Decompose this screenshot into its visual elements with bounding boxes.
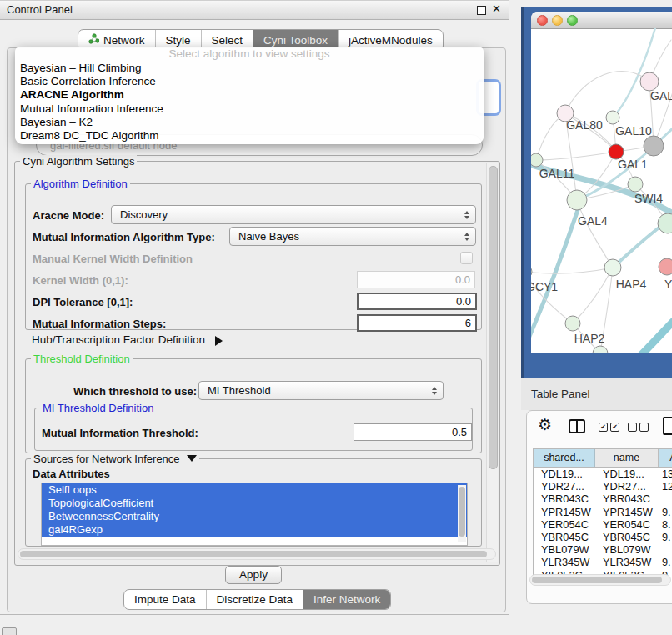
- select-all-checkboxes-icon[interactable]: ✔ ✔: [599, 422, 619, 432]
- algorithm-option-selected[interactable]: ARACNE Algorithm: [15, 88, 484, 102]
- data-attributes-list[interactable]: SelfLoops TopologicalCoefficient Between…: [41, 482, 468, 546]
- node-salmon[interactable]: [659, 258, 672, 275]
- algorithm-option[interactable]: Bayesian – K2: [15, 116, 484, 129]
- new-table-icon[interactable]: [663, 417, 672, 435]
- column-header[interactable]: A: [659, 449, 672, 467]
- threshold-definition-group: Threshold Definition Which threshold to …: [25, 358, 482, 453]
- mi-threshold-field[interactable]: 0.5: [354, 423, 472, 441]
- list-item[interactable]: gal4RGexp: [42, 523, 467, 537]
- node-label: GAL11: [539, 167, 575, 180]
- algorithm-definition-title: Algorithm Definition: [31, 178, 130, 190]
- tab-discretize-data[interactable]: Discretize Data: [206, 590, 303, 609]
- gear-icon[interactable]: ⚙: [538, 415, 552, 434]
- table-row[interactable]: YPR145WYPR145W9.: [534, 506, 672, 518]
- hub-definition-toggle[interactable]: Hub/Transcription Factor Definition: [32, 333, 223, 346]
- node-label: HAP2: [574, 332, 605, 345]
- node-pink-top[interactable]: [640, 72, 659, 91]
- scrollbar-thumb[interactable]: [459, 487, 465, 537]
- data-attributes-label: Data Attributes: [33, 468, 110, 480]
- node-gcy1[interactable]: [531, 265, 532, 278]
- settings-horizontal-scrollbar[interactable]: [18, 548, 496, 560]
- stepper-arrows-icon: [464, 232, 469, 241]
- node-table: shared... name A YDL19...YDL19...13 YDR2…: [533, 448, 672, 582]
- node-gray[interactable]: [644, 136, 664, 156]
- manual-kernel-width-checkbox[interactable]: [460, 252, 473, 264]
- scrollbar-thumb[interactable]: [532, 577, 662, 583]
- unchecked-checkbox-icon: [639, 422, 649, 432]
- close-traffic-light[interactable]: [537, 15, 548, 26]
- node-gal10[interactable]: [606, 111, 619, 124]
- stepper-arrows-icon: [432, 387, 437, 395]
- network-view-window[interactable]: GAL GAL80 GAL10 GAL1 SWI4 GAL11 GAL4 GCY…: [531, 12, 672, 353]
- scrollbar-thumb[interactable]: [489, 166, 498, 469]
- dpi-tolerance-field[interactable]: 0.0: [357, 292, 477, 310]
- zoom-traffic-light[interactable]: [567, 15, 578, 26]
- algorithm-option[interactable]: Bayesian – Hill Climbing: [15, 62, 484, 75]
- node-bottom-edge[interactable]: [593, 346, 608, 353]
- mi-threshold-label: Mutual Information Threshold:: [42, 427, 198, 439]
- deselect-all-checkboxes-icon[interactable]: [628, 422, 649, 432]
- aracne-mode-combo[interactable]: Discovery: [111, 205, 476, 224]
- minimized-panel-icon[interactable]: [2, 628, 17, 635]
- column-header[interactable]: shared...: [534, 449, 595, 467]
- table-horizontal-scrollbar[interactable]: [529, 574, 671, 586]
- expand-arrow-icon[interactable]: [215, 336, 223, 346]
- checked-checkbox-icon: ✔: [599, 422, 608, 432]
- network-nodes[interactable]: [531, 72, 672, 353]
- node-swi4[interactable]: [628, 177, 643, 192]
- node-label: GAL4: [578, 214, 608, 228]
- table-row[interactable]: YBR043CYBR043C: [534, 492, 672, 505]
- sources-group-title[interactable]: Sources for Network Inference: [31, 452, 199, 465]
- unchecked-checkbox-icon: [628, 422, 637, 432]
- table-row[interactable]: YBL079WYBL079W: [534, 543, 672, 556]
- settings-vertical-scrollbar[interactable]: [486, 163, 498, 562]
- kernel-width-field[interactable]: 0.0: [357, 271, 475, 288]
- node-label: GCY1: [531, 280, 558, 293]
- list-item[interactable]: SelfLoops: [42, 483, 467, 497]
- minimize-traffic-light[interactable]: [552, 15, 563, 26]
- threshold-definition-title: Threshold Definition: [31, 352, 133, 365]
- dpi-tolerance-label: DPI Tolerance [0,1]:: [33, 296, 133, 308]
- algorithm-definition-group: Algorithm Definition Aracne Mode: Discov…: [25, 183, 482, 330]
- node-hap4[interactable]: [604, 259, 621, 276]
- list-item[interactable]: BetweennessCentrality: [42, 510, 467, 523]
- mi-threshold-definition-title: MI Threshold Definition: [40, 402, 156, 414]
- tab-infer-network[interactable]: Infer Network: [303, 590, 390, 609]
- list-item[interactable]: TopologicalCoefficient: [42, 497, 467, 510]
- screen: Control Panel ✕ Network Style Select Cyn…: [0, 0, 672, 635]
- table-row[interactable]: YDL19...YDL19...13: [534, 468, 672, 480]
- dropdown-placeholder: Select algorithm to view settings: [15, 47, 484, 62]
- which-threshold-combo[interactable]: MI Threshold: [198, 381, 444, 400]
- scrollbar-thumb[interactable]: [20, 551, 487, 558]
- which-threshold-value: MI Threshold: [208, 384, 271, 397]
- hub-definition-label: Hub/Transcription Factor Definition: [32, 333, 205, 346]
- node-gal4[interactable]: [567, 190, 587, 210]
- node-hap2[interactable]: [565, 316, 580, 331]
- table-row[interactable]: YBR045CYBR045C9.: [534, 531, 672, 543]
- bottom-tabbar: Impute Data Discretize Data Infer Networ…: [123, 589, 391, 610]
- network-window-titlebar[interactable]: [531, 12, 672, 29]
- table-body: YDL19...YDL19...13 YDR27...YDR27...12 YB…: [534, 467, 672, 582]
- mi-algorithm-type-combo[interactable]: Naive Bayes: [229, 227, 476, 246]
- table-row[interactable]: YDR27...YDR27...12: [534, 480, 672, 492]
- close-icon[interactable]: ✕: [492, 2, 501, 15]
- table-header-row: shared... name A: [534, 449, 672, 467]
- algorithm-option[interactable]: Basic Correlation Inference: [15, 75, 484, 88]
- network-canvas[interactable]: GAL GAL80 GAL10 GAL1 SWI4 GAL11 GAL4 GCY…: [531, 28, 672, 353]
- algorithm-option[interactable]: Mutual Information Inference: [15, 102, 484, 116]
- algorithm-option[interactable]: Dream8 DC_TDC Algorithm: [15, 129, 484, 142]
- list-vertical-scrollbar[interactable]: [458, 485, 466, 542]
- table-row[interactable]: YLR345WYLR345W9.: [534, 556, 672, 568]
- float-window-icon[interactable]: [477, 6, 486, 15]
- tab-impute-data[interactable]: Impute Data: [124, 590, 206, 609]
- column-layout-icon[interactable]: [569, 419, 585, 433]
- apply-button[interactable]: Apply: [225, 566, 282, 584]
- node-right-edge[interactable]: [658, 213, 672, 233]
- kernel-width-label: Kernel Width (0,1):: [33, 274, 128, 287]
- table-row[interactable]: YER054CYER054C8.: [534, 518, 672, 531]
- node-gal11[interactable]: [531, 153, 543, 167]
- mi-steps-field[interactable]: 6: [357, 314, 477, 332]
- column-header[interactable]: name: [595, 449, 659, 467]
- collapse-arrow-icon[interactable]: [187, 455, 197, 462]
- node-label: GAL80: [566, 118, 603, 132]
